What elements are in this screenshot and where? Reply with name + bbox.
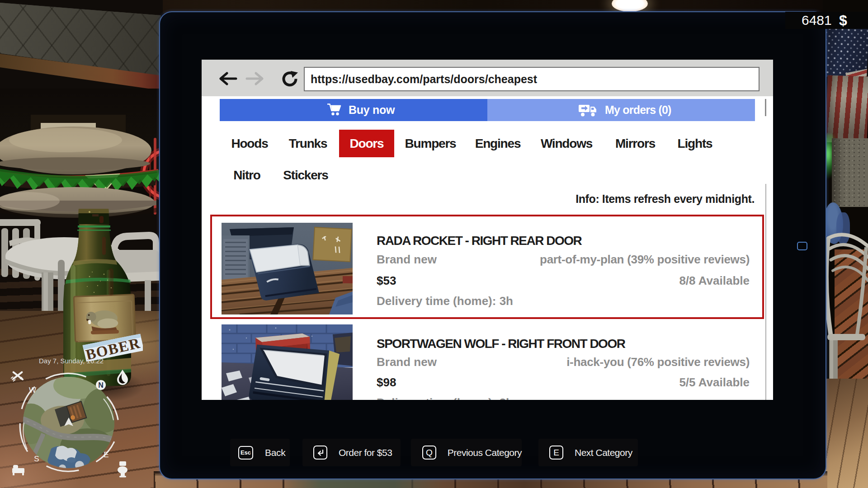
svg-text:Day 7, Sunday, 16:22: Day 7, Sunday, 16:22 xyxy=(39,357,104,365)
svg-text:N: N xyxy=(98,381,104,389)
svg-text:W: W xyxy=(29,386,36,394)
svg-text:E: E xyxy=(104,450,108,459)
svg-text:S: S xyxy=(34,455,39,463)
